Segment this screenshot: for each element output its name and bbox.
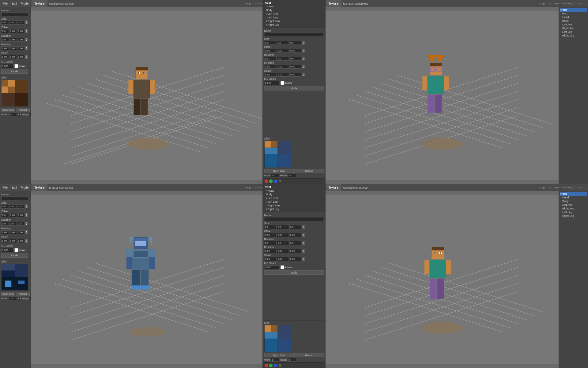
scl-x-bl[interactable] <box>1 239 9 243</box>
ct-status-red[interactable] <box>265 179 268 183</box>
scl-dn-bl[interactable]: ▼ <box>25 241 28 243</box>
ct-mode-btn[interactable]: Mode <box>264 86 324 90</box>
ct-status-blue[interactable] <box>274 179 277 183</box>
size-z-tl[interactable] <box>17 21 25 25</box>
rot-x-tl[interactable] <box>1 38 9 42</box>
center-bottom-tree-rightleg[interactable]: >Right Leg <box>264 207 324 211</box>
center-bottom-tree-rightarm[interactable]: >Right Arm <box>264 204 324 207</box>
center-top-tree-rightleg[interactable]: >Right Leg <box>264 23 324 27</box>
size-dn-bl[interactable]: ▼ <box>25 206 28 208</box>
reload-btn-tl[interactable]: Reload <box>16 108 30 112</box>
cb-mirror-chk[interactable] <box>281 265 285 269</box>
scl-z-tl[interactable] <box>17 55 25 59</box>
width-input-tl[interactable] <box>8 113 17 116</box>
width-input-bl[interactable] <box>8 297 17 300</box>
ct-size-x[interactable] <box>264 41 277 45</box>
mcscale-val-tl[interactable] <box>1 64 13 68</box>
rot-dn-tl[interactable]: ▼ <box>25 40 28 41</box>
center-top-tree-leftleg[interactable]: >Left Leg <box>264 16 324 19</box>
cb-off-dn[interactable]: ▼ <box>302 235 305 237</box>
ct-off-y[interactable] <box>277 49 289 53</box>
ct-pos-z[interactable] <box>289 65 302 69</box>
center-bottom-tree-root[interactable]: Root <box>264 185 324 189</box>
reload-btn-bl[interactable]: Reload <box>16 292 30 296</box>
menu-model-tl[interactable]: Model <box>19 0 31 7</box>
cb-status-red[interactable] <box>265 364 268 367</box>
tree-item-rightarm-br[interactable]: Right Arm <box>560 207 587 210</box>
center-top-tree-rightarm[interactable]: >Right Arm <box>264 19 324 23</box>
mirror-chk-bl[interactable] <box>14 248 18 252</box>
center-bottom-tree-body[interactable]: Body <box>264 193 324 196</box>
center-top-tree-root[interactable]: Root <box>264 1 324 5</box>
viewport-bl[interactable] <box>31 191 265 368</box>
tree-root-tr[interactable]: Root <box>560 8 587 12</box>
ct-size-y[interactable] <box>277 41 289 45</box>
size-y-bl[interactable] <box>9 205 17 209</box>
menu-edit-tl[interactable]: Edit <box>10 0 19 7</box>
cb-size-x[interactable] <box>264 225 277 229</box>
cb-status-green[interactable] <box>269 364 273 367</box>
pos-y-tl[interactable] <box>9 46 17 50</box>
menu-edit-bl[interactable]: Edit <box>10 184 19 191</box>
ct-status-green[interactable] <box>269 179 273 183</box>
cb-height[interactable] <box>288 358 296 362</box>
tab-texture-tr[interactable]: Texture <box>326 0 342 7</box>
name-input-tl[interactable] <box>1 12 28 16</box>
offset-z-tl[interactable] <box>17 29 25 33</box>
tab-texture-bl[interactable]: Texture <box>32 184 48 191</box>
ct-rot-x[interactable] <box>264 57 277 61</box>
cb-rot-z[interactable] <box>289 241 302 245</box>
size-y-tl[interactable] <box>9 21 17 25</box>
offset-x-tl[interactable] <box>1 29 9 33</box>
tree-item-rightleg-br[interactable]: Right Leg <box>560 214 587 218</box>
tree-root-br[interactable]: Root <box>560 192 587 196</box>
cb-rot-y[interactable] <box>277 241 289 245</box>
ct-scl-dn[interactable]: ▼ <box>302 75 305 76</box>
ct-pos-x[interactable] <box>264 65 277 69</box>
size-x-bl[interactable] <box>1 205 9 209</box>
cb-size-z[interactable] <box>289 225 302 229</box>
cb-rot-dn[interactable]: ▼ <box>302 243 305 245</box>
tree-item-head-br[interactable]: Head <box>560 196 587 199</box>
ct-rot-y[interactable] <box>277 57 289 61</box>
cb-rot-x[interactable] <box>264 241 277 245</box>
viewport-tr[interactable] <box>325 7 559 184</box>
ct-height[interactable] <box>288 174 296 177</box>
ct-off-x[interactable] <box>264 49 277 53</box>
pos-dn-tl[interactable]: ▼ <box>25 48 28 50</box>
scl-z-bl[interactable] <box>17 239 25 243</box>
cb-mcs-val[interactable] <box>264 265 280 269</box>
open-skin-btn-bl[interactable]: Open Skin <box>1 292 15 296</box>
rot-dn-bl[interactable]: ▼ <box>25 224 28 225</box>
offset-z-bl[interactable] <box>17 213 25 217</box>
ct-off-z[interactable] <box>289 49 302 53</box>
ct-pos-y[interactable] <box>277 65 289 69</box>
offset-x-bl[interactable] <box>1 213 9 217</box>
center-bottom-tree-leftleg[interactable]: >Left Leg <box>264 200 324 204</box>
menu-model-bl[interactable]: Model <box>19 184 31 191</box>
cb-reload[interactable]: Reload <box>295 353 324 357</box>
mode-btn-tl[interactable]: Mode <box>1 69 28 74</box>
tree-item-rightleg-tr[interactable]: Right Leg <box>560 34 587 37</box>
rot-x-bl[interactable] <box>1 222 9 226</box>
scl-x-tl[interactable] <box>1 55 9 59</box>
ct-rot-dn[interactable]: ▼ <box>302 59 305 60</box>
cb-open-skin[interactable]: Open Skin <box>264 353 294 357</box>
pos-y-bl[interactable] <box>9 230 17 234</box>
size-x-tl[interactable] <box>1 21 9 25</box>
rot-y-tl[interactable] <box>9 38 17 42</box>
cb-name-input[interactable] <box>264 217 324 221</box>
tree-item-leftarm-tr[interactable]: Left Arm <box>560 23 587 26</box>
ct-reload[interactable]: Reload <box>295 169 324 173</box>
pos-z-bl[interactable] <box>17 230 25 234</box>
cb-pos-z[interactable] <box>289 249 302 253</box>
size-z-bl[interactable] <box>17 205 25 209</box>
size-dn-tl[interactable]: ▼ <box>25 22 28 24</box>
pos-z-tl[interactable] <box>17 46 25 50</box>
tree-item-leftarm-br[interactable]: Left Arm <box>560 203 587 207</box>
tree-item-ear-tr[interactable]: ear1 <box>560 12 587 15</box>
tree-item-body-tr[interactable]: Body <box>560 19 587 23</box>
viewport-br[interactable] <box>325 191 559 368</box>
cb-scl-x[interactable] <box>264 257 277 261</box>
menu-file-tl[interactable]: File <box>1 0 9 7</box>
